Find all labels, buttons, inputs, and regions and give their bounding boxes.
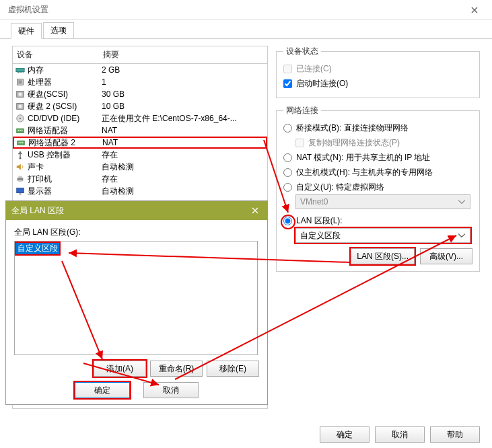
lan-dialog-label: 全局 LAN 区段(G): xyxy=(14,227,259,238)
table-row[interactable]: 网络适配器NAT xyxy=(13,124,267,137)
group-network-connection: 网络连接 桥接模式(B): 直接连接物理网络 复制物理网络连接状态(P) NAT… xyxy=(276,105,480,272)
svg-rect-19 xyxy=(18,176,22,178)
close-button[interactable] xyxy=(462,1,487,20)
footer-cancel[interactable]: 取消 xyxy=(375,426,425,443)
table-row[interactable]: 显示器自动检测 xyxy=(13,185,267,197)
chk-connected[interactable]: 已连接(C) xyxy=(283,61,472,76)
tab-row: 硬件 选项 xyxy=(0,20,492,39)
btn-add[interactable]: 添加(A) xyxy=(94,361,146,377)
dd-custom-vmnet: VMnet0 xyxy=(295,194,470,209)
svg-rect-20 xyxy=(18,180,22,182)
usb-icon xyxy=(15,150,25,159)
chevron-down-icon xyxy=(458,198,466,206)
svg-point-12 xyxy=(22,130,23,131)
footer-help[interactable]: 帮助 xyxy=(430,426,480,443)
svg-rect-22 xyxy=(19,194,22,195)
rad-lan-segment[interactable]: LAN 区段(L): xyxy=(283,213,472,228)
nic-icon xyxy=(16,138,26,147)
btn-advanced[interactable]: 高级(V)... xyxy=(420,248,472,264)
rad-hostonly[interactable]: 仅主机模式(H): 与主机共享的专用网络 xyxy=(283,165,472,180)
svg-point-11 xyxy=(20,130,21,131)
table-row[interactable]: 声卡自动检测 xyxy=(13,161,267,173)
btn-ok[interactable]: 确定 xyxy=(75,382,130,398)
group-device-status: 设备状态 已连接(C) 启动时连接(O) xyxy=(276,46,480,98)
table-row[interactable]: 打印机存在 xyxy=(13,173,267,185)
svg-point-17 xyxy=(20,157,22,159)
disk-icon xyxy=(15,89,25,99)
svg-rect-21 xyxy=(17,188,24,193)
table-row[interactable]: 内存2 GB xyxy=(13,64,267,76)
rad-nat[interactable]: NAT 模式(N): 用于共享主机的 IP 地址 xyxy=(283,150,472,165)
lan-segment-dialog: 全局 LAN 区段 全局 LAN 区段(G): 自定义区段 添加(A) 重命名(… xyxy=(5,200,268,405)
rad-custom[interactable]: 自定义(U): 特定虚拟网络 xyxy=(283,180,472,194)
svg-point-16 xyxy=(22,142,24,143)
rad-bridged[interactable]: 桥接模式(B): 直接连接物理网络 xyxy=(283,120,472,135)
svg-point-6 xyxy=(18,104,22,108)
lan-dialog-titlebar: 全局 LAN 区段 xyxy=(6,201,267,220)
table-row[interactable]: 硬盘(SCSI)30 GB xyxy=(13,88,267,100)
svg-point-10 xyxy=(18,130,20,131)
col-summary: 摘要 xyxy=(99,46,267,63)
chevron-down-icon xyxy=(458,231,466,239)
tab-hardware[interactable]: 硬件 xyxy=(11,23,42,39)
titlebar: 虚拟机设置 xyxy=(0,0,492,20)
nic-icon xyxy=(15,126,25,135)
footer-ok[interactable]: 确定 xyxy=(320,426,370,443)
cpu-icon xyxy=(15,77,25,87)
list-item[interactable]: 自定义区段 xyxy=(16,243,59,254)
lan-segment-list[interactable]: 自定义区段 xyxy=(14,241,258,355)
table-row[interactable]: USB 控制器存在 xyxy=(13,149,267,161)
window-title: 虚拟机设置 xyxy=(8,4,48,15)
btn-cancel[interactable]: 取消 xyxy=(143,382,199,398)
device-table-header: 设备 摘要 xyxy=(13,46,267,64)
cd-icon xyxy=(15,114,25,123)
svg-point-4 xyxy=(18,92,22,96)
dd-lan-segment[interactable]: 自定义区段 xyxy=(295,228,470,243)
chk-connect-on-power[interactable]: 启动时连接(O) xyxy=(283,76,472,91)
svg-point-15 xyxy=(20,142,22,143)
sound-icon xyxy=(15,162,25,172)
chk-replicate: 复制物理网络连接状态(P) xyxy=(295,135,472,150)
dialog-footer: 确定 取消 帮助 xyxy=(320,426,480,443)
btn-lan-segments[interactable]: LAN 区段(S)... xyxy=(351,248,415,264)
memory-icon xyxy=(15,65,25,75)
table-row[interactable]: 网络适配器 2NAT xyxy=(13,137,267,149)
svg-rect-0 xyxy=(16,68,24,71)
table-row[interactable]: 处理器1 xyxy=(13,76,267,88)
tab-options[interactable]: 选项 xyxy=(43,22,74,38)
svg-rect-2 xyxy=(18,80,22,83)
lan-dialog-close[interactable] xyxy=(248,204,262,217)
display-icon xyxy=(15,186,25,196)
table-row[interactable]: 硬盘 2 (SCSI)10 GB xyxy=(13,100,267,112)
btn-remove[interactable]: 移除(E) xyxy=(207,361,259,377)
svg-point-14 xyxy=(19,142,20,143)
table-row[interactable]: CD/DVD (IDE)正在使用文件 E:\CentOS-7-x86_64-..… xyxy=(13,112,267,124)
svg-point-8 xyxy=(20,118,22,120)
btn-rename[interactable]: 重命名(R) xyxy=(150,361,203,377)
col-device: 设备 xyxy=(13,46,99,63)
disk-icon xyxy=(15,102,25,111)
print-icon xyxy=(15,174,25,184)
